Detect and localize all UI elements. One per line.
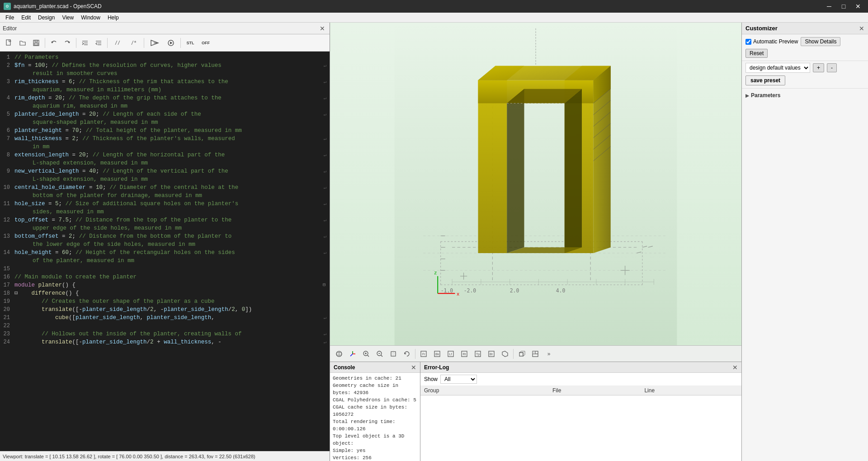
editor-close-button[interactable]: ✕ (318, 25, 327, 32)
svg-text:Tp: Tp (476, 353, 480, 356)
window-title: aquarium_planter.scad - OpenSCAD (14, 3, 102, 9)
parameters-label: Parameters (751, 92, 780, 99)
console-line-2: Geometry cache size in bytes: 42936 (333, 382, 417, 396)
svg-text:z: z (434, 270, 437, 275)
code-line-8: 8 extension_length = 20; // Length of th… (0, 151, 330, 167)
code-line-19: 19 // Creates the outer shape of the pla… (0, 297, 330, 306)
reset-button[interactable]: Reset (745, 49, 768, 58)
svg-marker-38 (478, 80, 507, 254)
view-front-button[interactable]: Fr (417, 348, 430, 360)
console-line-7: Simple: yes (333, 447, 417, 454)
menu-edit[interactable]: Edit (18, 14, 34, 22)
new-button[interactable] (3, 37, 15, 49)
viewport-toolbar: Fr Bk Lf Rt Tp Bt (330, 345, 741, 362)
save-button[interactable] (30, 37, 42, 49)
error-col-line: Line (641, 386, 741, 395)
svg-rect-0 (6, 40, 10, 45)
off-export-button[interactable]: OFF (198, 37, 213, 49)
svg-text:Fr: Fr (422, 353, 425, 356)
code-line-22: 22 (0, 322, 330, 330)
console-line-1: Geometries in cache: 21 (333, 375, 417, 382)
code-line-12: 12 top_offset = 7.5; // Distance from th… (0, 216, 330, 232)
save-preset-button[interactable]: save preset (745, 75, 785, 85)
console-panel: Console ✕ Geometries in cache: 21 Geomet… (330, 362, 420, 461)
editor-header: Editor ✕ (0, 23, 330, 34)
code-line-15: 15 (0, 265, 330, 273)
code-line-20: 20 translate([-planter_side_length/2, -p… (0, 306, 330, 314)
render-f6-button[interactable] (164, 37, 178, 49)
error-log-panel: Error-Log ✕ Show All Errors Warnings (420, 362, 741, 461)
view-diagonal-button[interactable] (499, 348, 511, 360)
code-line-16: 16 // Main module to create the planter (0, 273, 330, 281)
view-right-button[interactable]: Rt (458, 348, 471, 360)
code-editor[interactable]: 1 // Parameters 2 $fn = 100; // Defines … (0, 52, 330, 451)
stl-export-button[interactable]: STL (183, 37, 198, 49)
bottom-panels: Console ✕ Geometries in cache: 21 Geomet… (330, 362, 741, 461)
customizer-close-button[interactable]: ✕ (859, 25, 864, 32)
close-button[interactable]: ✕ (852, 0, 864, 13)
svg-marker-13 (170, 42, 173, 44)
svg-line-84 (381, 355, 382, 357)
code-line-23: 23 // Hollows out the inside of the plan… (0, 330, 330, 338)
zoom-fit-button[interactable] (387, 348, 400, 360)
console-content[interactable]: Geometries in cache: 21 Geometry cache s… (330, 373, 420, 461)
maximize-button[interactable]: □ (837, 0, 850, 13)
console-close-button[interactable]: ✕ (411, 364, 416, 371)
console-line-8: Vertices: 256 (333, 454, 417, 461)
error-table-header-row: Group File Line (420, 386, 741, 395)
svg-text:-2.0: -2.0 (464, 287, 476, 294)
comment-button[interactable]: // (110, 37, 125, 49)
svg-text:x: x (457, 291, 459, 296)
code-line-13: 13 bottom_offset = 2; // Distance from t… (0, 232, 330, 249)
open-button[interactable] (16, 37, 29, 49)
error-log-header: Error-Log ✕ (420, 362, 741, 373)
orthographic-button[interactable] (515, 348, 528, 360)
zoom-in-button[interactable] (360, 348, 373, 360)
menu-file[interactable]: File (2, 14, 18, 22)
viewport-status: Viewport: translate = [ 10.15 13.58 26.6… (3, 454, 255, 459)
menu-help[interactable]: Help (104, 14, 123, 22)
remove-preset-button[interactable]: - (827, 63, 837, 72)
customizer-panel: Customizer ✕ Automatic Preview Show Deta… (741, 23, 868, 461)
redo-button[interactable] (61, 37, 74, 49)
view-back-button[interactable]: Bk (431, 348, 443, 360)
menu-view[interactable]: View (58, 14, 77, 22)
zoom-out-button[interactable] (373, 348, 386, 360)
app-icon: ⚙ (4, 3, 11, 10)
parameters-header[interactable]: ▶ Parameters (745, 91, 864, 99)
svg-text:Lf: Lf (449, 353, 452, 356)
add-preset-button[interactable]: + (813, 63, 824, 72)
cross-section-button[interactable] (529, 348, 542, 360)
console-line-4: CGAL cache size in bytes: 1056272 (333, 404, 417, 418)
console-header: Console ✕ (330, 362, 420, 373)
view-left-button[interactable]: Lf (444, 348, 457, 360)
indent-button[interactable] (79, 37, 91, 49)
main-layout: Editor ✕ (0, 23, 868, 461)
view-top-button[interactable]: Tp (472, 348, 484, 360)
minimize-button[interactable]: ─ (823, 0, 835, 13)
viewport-3d[interactable]: -1.0 -2.0 2.0 4.0 (330, 23, 741, 362)
code-line-5: 5 planter_side_length = 20; // Length of… (0, 110, 330, 127)
svg-text:4.0: 4.0 (556, 287, 566, 294)
customizer-toolbar: Automatic Preview Show Details Reset (742, 34, 868, 61)
perspective-button[interactable] (333, 348, 345, 360)
svg-marker-101 (502, 351, 508, 357)
preset-dropdown[interactable]: design default values (745, 63, 810, 73)
axes-button[interactable] (346, 348, 359, 360)
menu-window[interactable]: Window (77, 14, 104, 22)
view-bottom-button[interactable]: Bt (485, 348, 498, 360)
unindent-button[interactable] (92, 37, 105, 49)
code-line-14: 14 hole_height = 60; // Height of the re… (0, 249, 330, 265)
show-details-button[interactable]: Show Details (801, 37, 840, 46)
error-col-file: File (549, 386, 641, 395)
editor-title: Editor (3, 25, 17, 32)
preview-button[interactable] (146, 37, 163, 49)
reset-view-button[interactable] (401, 348, 413, 360)
error-log-close-button[interactable]: ✕ (732, 364, 738, 371)
undo-button[interactable] (47, 37, 60, 49)
menu-design[interactable]: Design (34, 14, 58, 22)
more-views-button[interactable]: » (542, 348, 555, 360)
uncomment-button[interactable]: /* (126, 37, 142, 49)
show-filter-select[interactable]: All Errors Warnings (440, 375, 477, 384)
auto-preview-checkbox[interactable] (745, 39, 751, 45)
